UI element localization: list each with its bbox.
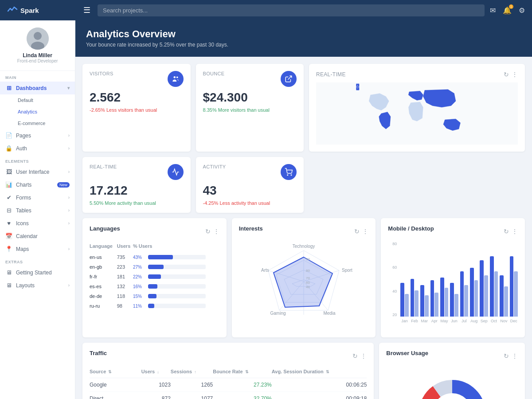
search-input[interactable]	[98, 4, 485, 16]
lang-code: fr-fr	[90, 272, 117, 282]
interests-more-icon[interactable]: ⋮	[362, 228, 368, 235]
languages-more-icon[interactable]: ⋮	[213, 228, 219, 235]
y-axis: 80 60 40 20	[388, 242, 397, 326]
sidebar-item-maps[interactable]: 📍 Maps ›	[0, 243, 75, 255]
lang-code: en-us	[90, 252, 117, 262]
sidebar-item-layouts[interactable]: 🖥 Layouts ›	[0, 279, 75, 292]
sidebar-item-default[interactable]: Default	[12, 94, 75, 106]
lang-code: es-es	[90, 282, 117, 291]
traffic-refresh-icon[interactable]: ↻	[352, 352, 358, 360]
mobile-bar	[445, 288, 449, 317]
desktop-bar	[500, 275, 504, 317]
calendar-icon: 📅	[5, 233, 12, 239]
desktop-bar	[420, 285, 424, 317]
realtime-map-title: Real-Time	[316, 71, 346, 78]
sessions-sort-icon[interactable]: ↑	[194, 370, 196, 374]
bounce-sort-icon[interactable]: ⇅	[245, 370, 249, 374]
bar-group	[490, 256, 498, 317]
duration-sort-icon[interactable]: ⇅	[326, 370, 329, 374]
sidebar-item-forms[interactable]: ✔ Forms ›	[0, 191, 75, 204]
y-label-40: 40	[388, 289, 397, 293]
sidebar-item-icons[interactable]: ♥ Icons ›	[0, 217, 75, 230]
browser-refresh-icon[interactable]: ↻	[504, 352, 509, 360]
sidebar-item-auth[interactable]: 🔒 Auth ›	[0, 142, 75, 155]
icons-arrow-icon: ›	[68, 221, 70, 226]
bounce-card: Bounce $24.300 8.35% More visitors than …	[196, 64, 304, 152]
traffic-bounce: 27.23%	[213, 378, 271, 392]
sidebar-label-dashboards: Dashboards	[16, 85, 47, 91]
settings-icon[interactable]: ⚙	[519, 6, 525, 15]
bar-month-label: Dec	[510, 319, 518, 323]
top-navigation: Spark ☰ ✉ 🔔 1 ⚙	[0, 0, 532, 20]
bar-month-label: Jan	[400, 319, 408, 323]
page-header: Analytics Overview Your bounce rate incr…	[75, 20, 532, 57]
traffic-more-icon[interactable]: ⋮	[360, 352, 367, 360]
svg-text:Sports: Sports	[342, 268, 352, 273]
sidebar-item-charts[interactable]: 📊 Charts New	[0, 178, 75, 191]
world-map-container: + −	[316, 82, 518, 145]
dashboards-icon: ⊞	[5, 85, 12, 91]
second-row: Languages ↻ ⋮ Language Users % Users	[82, 218, 525, 337]
mobile-bar	[454, 294, 458, 317]
desktop-bar	[490, 256, 494, 317]
source-sort-icon[interactable]: ⇅	[108, 370, 112, 374]
users-sort-icon[interactable]: ↓	[157, 370, 159, 374]
traffic-title: Traffic	[90, 350, 107, 356]
layouts-icon: 🖥	[5, 282, 12, 289]
maps-arrow-icon: ›	[68, 246, 70, 251]
mail-icon[interactable]: ✉	[490, 6, 496, 15]
activity-wave-icon	[172, 168, 180, 176]
languages-table: Language Users % Users en-us 735 43% en-…	[90, 242, 219, 311]
avatar-image	[27, 27, 49, 50]
languages-header: Languages ↻ ⋮	[90, 225, 219, 237]
sidebar-item-analytics[interactable]: Analytics	[12, 106, 75, 117]
lang-bar-cell: 15%	[133, 291, 219, 301]
notification-icon[interactable]: 🔔 1	[503, 6, 512, 15]
mobile-desktop-panel: Mobile / Desktop ↻ ⋮ 80 60 40 20	[381, 218, 525, 337]
sidebar-item-getting-started[interactable]: 🖥 Getting Started	[0, 266, 75, 279]
bar-group	[500, 275, 508, 317]
chevron-down-icon: ▾	[67, 86, 70, 90]
browser-more-icon[interactable]: ⋮	[512, 352, 518, 360]
traffic-duration: 00:06:25	[272, 378, 367, 392]
bar-month-label: Aug	[470, 319, 478, 323]
lang-bar-fill	[148, 284, 157, 289]
interests-refresh-icon[interactable]: ↻	[354, 228, 360, 235]
refresh-icon[interactable]: ↻	[504, 71, 509, 78]
traffic-table-row: Direct 872 1077 32.70% 00:09:18	[90, 392, 367, 399]
sidebar-item-pages[interactable]: 📄 Pages ›	[0, 129, 75, 142]
sidebar: Linda Miller Front-end Developer Main ⊞ …	[0, 20, 75, 399]
stats-row-2: Real-Time 17.212 5.50% More activity tha…	[82, 157, 525, 213]
mobile-desktop-refresh-icon[interactable]: ↻	[504, 228, 509, 235]
svg-point-7	[291, 175, 292, 176]
lang-bar-fill	[148, 274, 161, 279]
user-role: Front-end Developer	[5, 59, 70, 63]
svg-text:90: 90	[306, 257, 310, 261]
main-content: Analytics Overview Your bounce rate incr…	[75, 20, 532, 399]
bounce-label: Bounce	[203, 71, 225, 76]
more-icon[interactable]: ⋮	[512, 71, 518, 78]
forms-icon: ✔	[5, 194, 12, 201]
lang-users: 98	[117, 301, 133, 311]
lang-bar-cell: 16%	[133, 282, 219, 291]
sidebar-dashboards-sub: Default Analytics E-commerce	[0, 94, 75, 129]
sidebar-label-auth: Auth	[16, 145, 27, 152]
menu-toggle-icon[interactable]: ☰	[83, 5, 90, 15]
sidebar-item-ui[interactable]: 🖼 User Interface ›	[0, 165, 75, 178]
browser-usage-panel: Browser Usage ↻ ⋮	[379, 343, 525, 399]
languages-refresh-icon[interactable]: ↻	[205, 228, 211, 235]
sidebar-item-dashboards[interactable]: ⊞ Dashboards ▾	[0, 82, 75, 94]
sidebar-item-calendar[interactable]: 📅 Calendar	[0, 230, 75, 243]
sidebar-item-tables[interactable]: ⊟ Tables ›	[0, 204, 75, 217]
traffic-table: Source ⇅ Users ↓ Sessions ↑ Bounce Rate …	[90, 366, 367, 399]
lang-users: 181	[117, 272, 133, 282]
tables-arrow-icon: ›	[68, 208, 70, 213]
mobile-desktop-more-icon[interactable]: ⋮	[512, 228, 518, 235]
lang-table-row: es-es 132 16%	[90, 282, 219, 291]
traffic-source: Direct	[90, 392, 141, 399]
lang-bar-bg	[148, 255, 206, 259]
sidebar-item-ecommerce[interactable]: E-commerce	[12, 117, 75, 129]
desktop-bar	[430, 280, 434, 317]
external-link-icon	[285, 75, 293, 83]
mobile-bar	[474, 280, 478, 317]
